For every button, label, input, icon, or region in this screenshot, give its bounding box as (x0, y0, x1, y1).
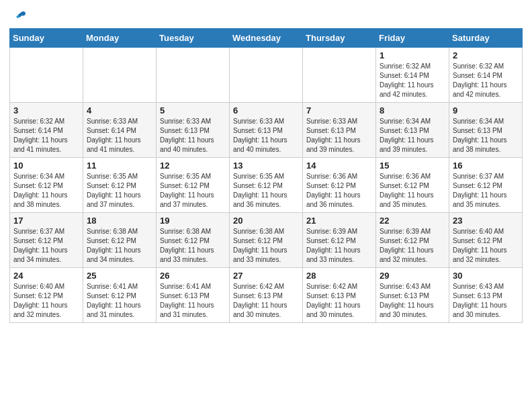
calendar-cell: 9Sunrise: 6:34 AM Sunset: 6:13 PM Daylig… (449, 103, 523, 158)
day-info: Sunrise: 6:32 AM Sunset: 6:14 PM Dayligh… (13, 117, 79, 154)
calendar-cell: 16Sunrise: 6:37 AM Sunset: 6:12 PM Dayli… (449, 158, 523, 213)
calendar-cell: 21Sunrise: 6:39 AM Sunset: 6:12 PM Dayli… (303, 213, 376, 268)
day-info: Sunrise: 6:43 AM Sunset: 6:13 PM Dayligh… (453, 282, 519, 320)
day-info: Sunrise: 6:33 AM Sunset: 6:13 PM Dayligh… (160, 117, 226, 154)
day-info: Sunrise: 6:38 AM Sunset: 6:12 PM Dayligh… (233, 227, 299, 265)
logo-bird-icon (12, 9, 27, 24)
day-info: Sunrise: 6:34 AM Sunset: 6:12 PM Dayligh… (13, 172, 79, 210)
day-number: 1 (380, 50, 445, 60)
calendar-cell (230, 48, 303, 103)
day-header-saturday: Saturday (449, 29, 523, 48)
calendar-cell: 20Sunrise: 6:38 AM Sunset: 6:12 PM Dayli… (230, 213, 303, 268)
calendar-cell: 13Sunrise: 6:35 AM Sunset: 6:12 PM Dayli… (230, 158, 303, 213)
day-number: 5 (160, 105, 226, 116)
day-header-sunday: Sunday (10, 29, 83, 48)
calendar-cell: 11Sunrise: 6:35 AM Sunset: 6:12 PM Dayli… (83, 158, 157, 213)
logo (9, 9, 27, 24)
day-info: Sunrise: 6:38 AM Sunset: 6:12 PM Dayligh… (160, 227, 226, 265)
day-header-friday: Friday (376, 29, 449, 48)
calendar-cell: 15Sunrise: 6:36 AM Sunset: 6:12 PM Dayli… (376, 158, 449, 213)
day-info: Sunrise: 6:32 AM Sunset: 6:14 PM Dayligh… (380, 62, 445, 99)
day-header-wednesday: Wednesday (230, 29, 303, 48)
calendar-cell: 25Sunrise: 6:41 AM Sunset: 6:12 PM Dayli… (83, 268, 157, 323)
day-header-monday: Monday (83, 29, 157, 48)
day-number: 3 (13, 105, 79, 116)
calendar-cell (10, 48, 83, 103)
calendar-cell: 18Sunrise: 6:38 AM Sunset: 6:12 PM Dayli… (83, 213, 157, 268)
day-info: Sunrise: 6:35 AM Sunset: 6:12 PM Dayligh… (160, 172, 226, 210)
calendar-cell: 24Sunrise: 6:40 AM Sunset: 6:12 PM Dayli… (10, 268, 83, 323)
day-number: 27 (233, 271, 299, 281)
day-number: 10 (13, 161, 79, 171)
day-header-tuesday: Tuesday (157, 29, 230, 48)
calendar-cell: 19Sunrise: 6:38 AM Sunset: 6:12 PM Dayli… (157, 213, 230, 268)
calendar-cell: 6Sunrise: 6:33 AM Sunset: 6:13 PM Daylig… (230, 103, 303, 158)
day-number: 19 (160, 216, 226, 226)
day-info: Sunrise: 6:34 AM Sunset: 6:13 PM Dayligh… (380, 117, 445, 154)
calendar-week-row: 1Sunrise: 6:32 AM Sunset: 6:14 PM Daylig… (10, 48, 523, 103)
day-number: 29 (380, 271, 445, 281)
calendar-cell: 30Sunrise: 6:43 AM Sunset: 6:13 PM Dayli… (449, 268, 523, 323)
day-number: 18 (87, 216, 152, 226)
calendar-cell: 5Sunrise: 6:33 AM Sunset: 6:13 PM Daylig… (157, 103, 230, 158)
day-info: Sunrise: 6:39 AM Sunset: 6:12 PM Dayligh… (306, 227, 372, 265)
calendar-cell: 12Sunrise: 6:35 AM Sunset: 6:12 PM Dayli… (157, 158, 230, 213)
day-info: Sunrise: 6:34 AM Sunset: 6:13 PM Dayligh… (453, 117, 519, 154)
day-info: Sunrise: 6:43 AM Sunset: 6:13 PM Dayligh… (380, 282, 445, 320)
day-number: 16 (453, 161, 519, 171)
day-info: Sunrise: 6:37 AM Sunset: 6:12 PM Dayligh… (13, 227, 79, 265)
day-info: Sunrise: 6:41 AM Sunset: 6:13 PM Dayligh… (160, 282, 226, 320)
day-number: 23 (453, 216, 519, 226)
day-info: Sunrise: 6:36 AM Sunset: 6:12 PM Dayligh… (306, 172, 372, 210)
day-info: Sunrise: 6:42 AM Sunset: 6:13 PM Dayligh… (233, 282, 299, 320)
calendar-cell: 8Sunrise: 6:34 AM Sunset: 6:13 PM Daylig… (376, 103, 449, 158)
calendar-cell: 29Sunrise: 6:43 AM Sunset: 6:13 PM Dayli… (376, 268, 449, 323)
header (9, 7, 523, 24)
day-info: Sunrise: 6:32 AM Sunset: 6:14 PM Dayligh… (453, 62, 519, 99)
day-number: 25 (87, 271, 152, 281)
day-number: 20 (233, 216, 299, 226)
calendar-cell (157, 48, 230, 103)
day-number: 24 (13, 271, 79, 281)
day-info: Sunrise: 6:42 AM Sunset: 6:13 PM Dayligh… (306, 282, 372, 320)
calendar-week-row: 10Sunrise: 6:34 AM Sunset: 6:12 PM Dayli… (10, 158, 523, 213)
day-number: 14 (306, 161, 372, 171)
day-number: 17 (13, 216, 79, 226)
day-number: 26 (160, 271, 226, 281)
day-info: Sunrise: 6:33 AM Sunset: 6:13 PM Dayligh… (306, 117, 372, 154)
calendar-cell (303, 48, 376, 103)
day-info: Sunrise: 6:35 AM Sunset: 6:12 PM Dayligh… (87, 172, 152, 210)
day-info: Sunrise: 6:36 AM Sunset: 6:12 PM Dayligh… (380, 172, 445, 210)
calendar-week-row: 24Sunrise: 6:40 AM Sunset: 6:12 PM Dayli… (10, 268, 523, 323)
day-header-thursday: Thursday (303, 29, 376, 48)
day-number: 12 (160, 161, 226, 171)
day-info: Sunrise: 6:41 AM Sunset: 6:12 PM Dayligh… (87, 282, 152, 320)
day-number: 2 (453, 50, 519, 60)
calendar-cell: 1Sunrise: 6:32 AM Sunset: 6:14 PM Daylig… (376, 48, 449, 103)
day-number: 11 (87, 161, 152, 171)
day-number: 30 (453, 271, 519, 281)
day-number: 28 (306, 271, 372, 281)
day-info: Sunrise: 6:37 AM Sunset: 6:12 PM Dayligh… (453, 172, 519, 210)
calendar-cell: 7Sunrise: 6:33 AM Sunset: 6:13 PM Daylig… (303, 103, 376, 158)
calendar-cell: 23Sunrise: 6:40 AM Sunset: 6:12 PM Dayli… (449, 213, 523, 268)
calendar-cell: 26Sunrise: 6:41 AM Sunset: 6:13 PM Dayli… (157, 268, 230, 323)
day-number: 22 (380, 216, 445, 226)
calendar-cell: 17Sunrise: 6:37 AM Sunset: 6:12 PM Dayli… (10, 213, 83, 268)
calendar-cell: 2Sunrise: 6:32 AM Sunset: 6:14 PM Daylig… (449, 48, 523, 103)
day-number: 13 (233, 161, 299, 171)
calendar-cell: 27Sunrise: 6:42 AM Sunset: 6:13 PM Dayli… (230, 268, 303, 323)
calendar: SundayMondayTuesdayWednesdayThursdayFrid… (9, 28, 523, 323)
calendar-week-row: 3Sunrise: 6:32 AM Sunset: 6:14 PM Daylig… (10, 103, 523, 158)
day-number: 6 (233, 105, 299, 116)
page: SundayMondayTuesdayWednesdayThursdayFrid… (0, 0, 532, 332)
calendar-cell: 3Sunrise: 6:32 AM Sunset: 6:14 PM Daylig… (10, 103, 83, 158)
day-number: 8 (380, 105, 445, 116)
day-number: 7 (306, 105, 372, 116)
calendar-cell: 28Sunrise: 6:42 AM Sunset: 6:13 PM Dayli… (303, 268, 376, 323)
calendar-header-row: SundayMondayTuesdayWednesdayThursdayFrid… (10, 29, 523, 48)
calendar-cell: 4Sunrise: 6:33 AM Sunset: 6:14 PM Daylig… (83, 103, 157, 158)
calendar-cell: 22Sunrise: 6:39 AM Sunset: 6:12 PM Dayli… (376, 213, 449, 268)
calendar-cell (83, 48, 157, 103)
calendar-cell: 10Sunrise: 6:34 AM Sunset: 6:12 PM Dayli… (10, 158, 83, 213)
